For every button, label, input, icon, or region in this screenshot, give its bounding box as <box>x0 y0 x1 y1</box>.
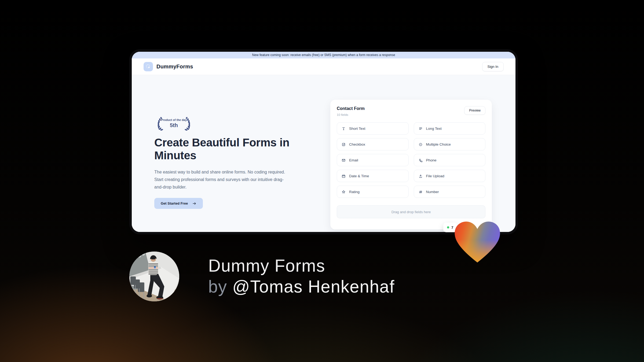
preview-button[interactable]: Preview <box>464 106 485 115</box>
field-label: Phone <box>426 158 437 162</box>
long-text-icon <box>418 126 423 131</box>
credit-by: by <box>208 277 227 296</box>
field-label: Date & Time <box>349 174 369 178</box>
dummyforms-logo-icon <box>144 62 153 71</box>
credit-author: @Tomas Henkenhaf <box>232 277 395 296</box>
field-type-grid: Short Text Long Text Checkbox <box>337 122 485 198</box>
field-date-time[interactable]: Date & Time <box>337 170 409 182</box>
field-label: Short Text <box>349 127 365 131</box>
brand-name: DummyForms <box>156 64 193 70</box>
form-field-count: 10 fields <box>337 113 365 116</box>
drag-drop-zone[interactable]: Drag and drop fields here <box>337 205 485 218</box>
form-builder-panel: Contact Form 10 fields Preview Short Tex… <box>330 100 492 230</box>
browser-window: New feature coming soon: receive emails … <box>129 49 518 234</box>
page-body: Product of the day 5th Create Beautiful … <box>132 75 515 232</box>
badge-caption: Product of the day <box>154 118 193 121</box>
arrow-right-icon <box>192 201 196 206</box>
hash-icon <box>418 190 423 194</box>
field-number[interactable]: Number <box>414 186 486 198</box>
calendar-icon <box>341 174 346 178</box>
sign-in-button[interactable]: Sign In <box>482 62 504 71</box>
field-label: Email <box>349 158 358 162</box>
checkbox-icon <box>341 142 346 147</box>
field-label: Long Text <box>426 127 442 131</box>
upload-icon <box>418 174 423 178</box>
brand: DummyForms <box>144 62 193 71</box>
hero-description: The easiest way to build and share onlin… <box>154 168 290 191</box>
app-header: DummyForms Sign In <box>132 58 515 75</box>
badge-rank: 5th <box>154 122 193 128</box>
field-label: Checkbox <box>349 142 365 146</box>
field-rating[interactable]: Rating <box>337 186 409 198</box>
field-email[interactable]: Email <box>337 154 409 166</box>
field-label: Rating <box>349 190 360 194</box>
maker-avatar <box>129 252 179 301</box>
short-text-icon <box>341 126 346 131</box>
field-short-text[interactable]: Short Text <box>337 122 409 135</box>
hero-title: Create Beautiful Forms in Minutes <box>154 136 315 162</box>
credit-product-name: Dummy Forms <box>208 255 395 276</box>
app-page: New feature coming soon: receive emails … <box>132 52 515 232</box>
maker-credit: Dummy Forms by @Tomas Henkenhaf <box>208 255 395 297</box>
get-started-button[interactable]: Get Started Free <box>154 198 203 209</box>
gradient-heart-icon <box>452 219 503 265</box>
product-of-the-day-badge: Product of the day 5th <box>154 116 193 131</box>
field-label: Multiple Choice <box>426 142 451 146</box>
panel-header: Contact Form 10 fields Preview <box>337 106 485 116</box>
multiple-choice-icon <box>418 142 423 147</box>
field-label: File Upload <box>426 174 444 178</box>
get-started-label: Get Started Free <box>161 201 188 205</box>
field-label: Number <box>426 190 439 194</box>
phone-icon <box>418 158 423 162</box>
field-file-upload[interactable]: File Upload <box>414 170 486 182</box>
field-phone[interactable]: Phone <box>414 154 486 166</box>
email-icon <box>341 158 346 162</box>
live-dot-icon <box>447 226 449 228</box>
field-multiple-choice[interactable]: Multiple Choice <box>414 138 486 150</box>
announcement-banner: New feature coming soon: receive emails … <box>132 52 515 58</box>
star-icon <box>341 190 346 194</box>
field-checkbox[interactable]: Checkbox <box>337 138 409 150</box>
field-long-text[interactable]: Long Text <box>414 122 486 135</box>
form-title: Contact Form <box>337 106 365 111</box>
